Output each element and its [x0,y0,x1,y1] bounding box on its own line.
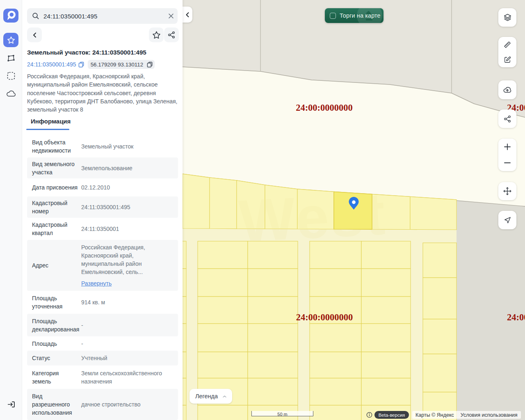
svg-text:24:00:0000000: 24:00:0000000 [296,103,353,113]
svg-text:24:00:0000000: 24:00:0000000 [296,312,353,322]
svg-text:24:00:0000000: 24:00:0000000 [507,312,525,322]
